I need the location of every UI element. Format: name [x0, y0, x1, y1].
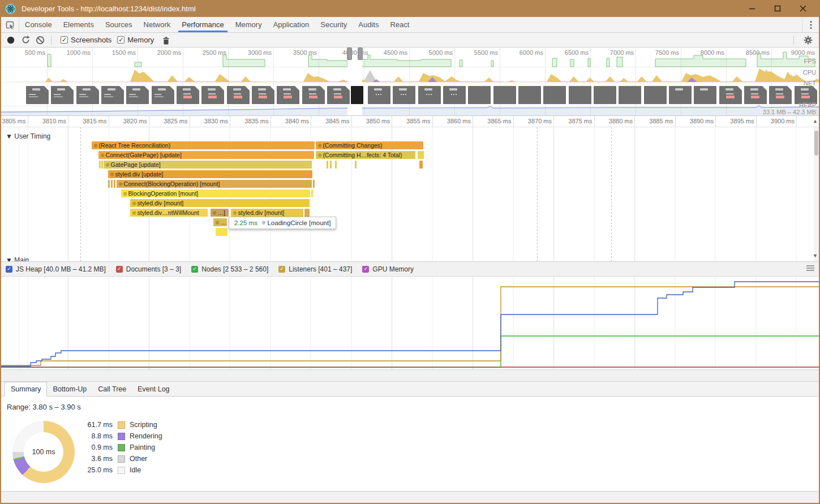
- flamechart[interactable]: ▼ User Timing ❊(React Tree Reconciliatio…: [1, 127, 819, 261]
- screenshot-thumbnail[interactable]: [252, 86, 274, 104]
- flame-bar-sliver[interactable]: [327, 161, 328, 169]
- screenshot-thumbnail[interactable]: [351, 86, 363, 104]
- screenshot-thumbnail[interactable]: [101, 86, 124, 104]
- flame-bar[interactable]: ❊styled.div [mount]: [231, 209, 303, 217]
- flame-bar-sliver[interactable]: [313, 180, 315, 188]
- flame-bar-sliver[interactable]: [335, 161, 337, 169]
- inspect-element-icon[interactable]: [1, 17, 19, 32]
- flame-bar-sliver[interactable]: [114, 180, 115, 188]
- flame-bar-sliver[interactable]: [311, 189, 313, 197]
- flame-bar[interactable]: ❊styled.div…ntWillMount: [130, 209, 208, 217]
- user-timing-section-header[interactable]: ▼ User Timing: [6, 132, 54, 140]
- screenshot-thumbnail[interactable]: [769, 86, 792, 104]
- maximize-button[interactable]: [765, 0, 790, 17]
- flame-bar-sliver[interactable]: [216, 228, 227, 236]
- screenshot-thumbnail[interactable]: [277, 86, 299, 104]
- detail-tab-event-log[interactable]: Event Log: [132, 382, 175, 396]
- screenshot-thumbnail[interactable]: [418, 86, 441, 104]
- minimize-button[interactable]: [739, 0, 765, 17]
- flame-bar-sliver[interactable]: [355, 161, 357, 169]
- screenshot-thumbnail[interactable]: [201, 86, 224, 104]
- counter-toggle-listeners[interactable]: ✓Listeners [401 – 437]: [278, 265, 352, 273]
- screenshot-thumbnail[interactable]: [744, 86, 767, 104]
- flame-bar[interactable]: ❊(React Tree Reconciliation): [92, 141, 315, 149]
- counter-checkbox[interactable]: ✓: [362, 266, 369, 273]
- flame-bar-sliver[interactable]: [108, 180, 110, 188]
- memory-chart[interactable]: [1, 277, 819, 370]
- screenshot-thumbnail[interactable]: [518, 86, 541, 104]
- scroll-up-arrow[interactable]: ▲: [813, 118, 818, 124]
- flame-scrollbar[interactable]: [814, 127, 819, 261]
- scroll-down-arrow[interactable]: ▼: [813, 253, 818, 259]
- flame-bar-sliver[interactable]: [111, 180, 113, 188]
- timeline-overview[interactable]: 500 ms1000 ms1500 ms2000 ms2500 ms3000 m…: [1, 48, 819, 116]
- counters-overflow-icon[interactable]: [806, 265, 814, 272]
- screenshot-thumbnail[interactable]: [493, 86, 516, 104]
- screenshots-checkbox-box[interactable]: ✓: [61, 36, 68, 44]
- gear-icon[interactable]: [801, 33, 815, 47]
- flame-bar[interactable]: ❊Connect(BlockingOperation) [mount]: [117, 180, 312, 188]
- flame-bar[interactable]: ❊GatePage [update]: [104, 161, 312, 169]
- counter-checkbox[interactable]: ✓: [278, 266, 285, 273]
- counter-checkbox[interactable]: ✓: [6, 266, 12, 273]
- counter-toggle-gpu[interactable]: ✓GPU Memory: [362, 265, 414, 273]
- flame-bar[interactable]: ❊Connect(GatePage) [update]: [98, 151, 314, 159]
- flame-bar[interactable]: ❊styled.div [mount]: [130, 199, 310, 207]
- tab-audits[interactable]: Audits: [353, 17, 384, 32]
- tab-memory[interactable]: Memory: [230, 17, 268, 32]
- devtools-menu-icon[interactable]: [802, 17, 819, 32]
- record-button[interactable]: [3, 33, 18, 47]
- trash-icon[interactable]: [158, 33, 173, 47]
- screenshot-thumbnail[interactable]: [443, 86, 466, 104]
- main-section-header[interactable]: ▼ Main: [6, 256, 29, 261]
- flame-bar[interactable]: ❊(Committing Changes): [316, 141, 423, 149]
- screenshot-thumbnail[interactable]: [669, 86, 692, 104]
- screenshot-thumbnail[interactable]: [76, 86, 99, 104]
- flame-bar[interactable]: ❊…]: [211, 209, 229, 217]
- flame-bar-sliver[interactable]: [419, 161, 423, 169]
- tab-performance[interactable]: Performance: [176, 17, 229, 32]
- tab-security[interactable]: Security: [315, 17, 353, 32]
- selection-right-handle[interactable]: [358, 48, 363, 60]
- flame-bar[interactable]: ❊…: [213, 218, 227, 226]
- screenshot-thumbnail[interactable]: [51, 86, 74, 104]
- flame-bar[interactable]: ❊styled.div [update]: [108, 170, 312, 178]
- flame-bar-sliver[interactable]: [330, 161, 332, 169]
- detail-tab-summary[interactable]: Summary: [5, 382, 47, 397]
- screenshot-thumbnail[interactable]: [177, 86, 199, 104]
- flame-bar-sliver[interactable]: [101, 161, 103, 169]
- counter-toggle-documents[interactable]: ✓Documents [3 – 3]: [116, 265, 181, 273]
- counter-toggle-js[interactable]: ✓JS Heap [40.0 MB – 41.2 MB]: [6, 265, 106, 273]
- counter-toggle-nodes[interactable]: ✓Nodes [2 533 – 2 560]: [191, 265, 268, 273]
- tab-react[interactable]: React: [384, 17, 415, 32]
- screenshot-thumbnail[interactable]: [594, 86, 616, 104]
- counter-checkbox[interactable]: ✓: [191, 266, 198, 273]
- screenshot-thumbnail[interactable]: [227, 86, 250, 104]
- flame-bar-sliver[interactable]: [418, 151, 424, 159]
- screenshots-checkbox[interactable]: ✓ Screenshots: [61, 36, 111, 44]
- tab-console[interactable]: Console: [19, 17, 58, 32]
- close-button[interactable]: [790, 0, 815, 17]
- screenshot-thumbnail[interactable]: [368, 86, 390, 104]
- screenshot-thumbnail[interactable]: [126, 86, 149, 104]
- screenshot-thumbnail[interactable]: [152, 86, 174, 104]
- flame-bar-sliver[interactable]: [99, 161, 101, 169]
- screenshot-thumbnail[interactable]: [393, 86, 415, 104]
- screenshot-thumbnail[interactable]: [302, 86, 325, 104]
- screenshot-thumbnail[interactable]: [543, 86, 566, 104]
- tab-sources[interactable]: Sources: [100, 17, 138, 32]
- tab-elements[interactable]: Elements: [58, 17, 100, 32]
- flame-bar[interactable]: ❊(Committing H…fects: 4 Total): [316, 151, 415, 159]
- screenshot-thumbnail[interactable]: [569, 86, 591, 104]
- tab-network[interactable]: Network: [138, 17, 177, 32]
- screenshot-thumbnail[interactable]: [26, 86, 49, 104]
- detail-tab-call-tree[interactable]: Call Tree: [92, 382, 132, 396]
- clear-button[interactable]: [33, 33, 48, 47]
- flame-bar-sliver[interactable]: [304, 209, 310, 217]
- reload-and-profile-button[interactable]: [18, 33, 33, 47]
- detail-tab-bottom-up[interactable]: Bottom-Up: [47, 382, 92, 396]
- memory-checkbox[interactable]: ✓ Memory: [117, 36, 154, 44]
- screenshot-thumbnail[interactable]: [619, 86, 641, 104]
- counter-checkbox[interactable]: ✓: [116, 266, 123, 273]
- flame-scrollbar-thumb[interactable]: [814, 131, 818, 156]
